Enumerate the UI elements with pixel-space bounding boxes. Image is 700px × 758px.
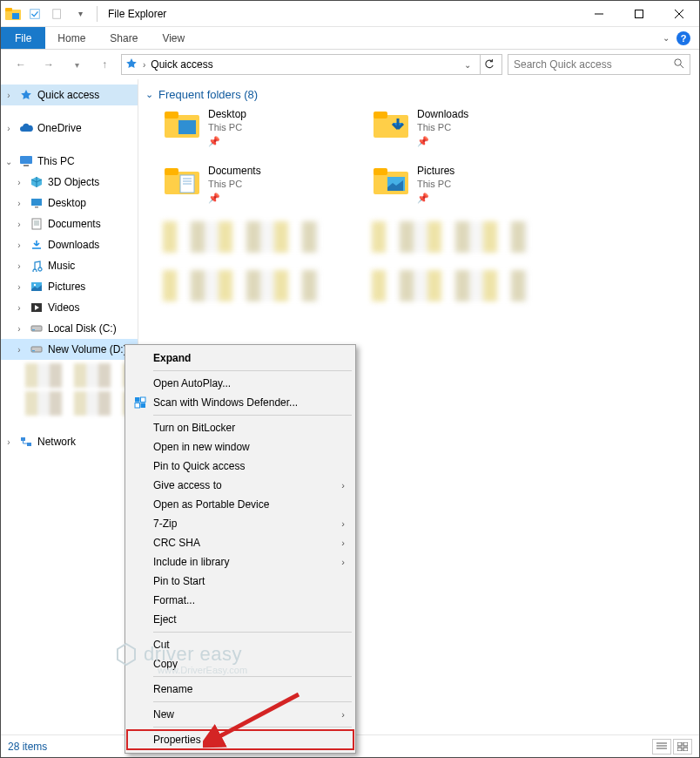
ctx-portable-device[interactable]: Open as Portable Device bbox=[127, 495, 353, 514]
nav-forward-button[interactable]: → bbox=[37, 53, 60, 76]
tree-item-redacted[interactable] bbox=[25, 391, 131, 416]
svg-rect-23 bbox=[178, 120, 196, 134]
maximize-button[interactable] bbox=[619, 1, 659, 27]
ctx-rename[interactable]: Rename bbox=[127, 680, 353, 699]
tree-new-volume-d[interactable]: ›New Volume (D:) bbox=[1, 339, 138, 360]
close-button[interactable] bbox=[659, 1, 699, 27]
qat-properties-icon[interactable] bbox=[25, 4, 44, 24]
ctx-cut[interactable]: Cut bbox=[127, 635, 353, 654]
folder-item-downloads[interactable]: DownloadsThis PC📌 bbox=[372, 108, 572, 147]
search-box[interactable]: Search Quick access bbox=[508, 54, 690, 75]
folder-item-redacted[interactable] bbox=[163, 221, 320, 253]
folder-item-desktop[interactable]: DesktopThis PC📌 bbox=[163, 108, 363, 147]
view-details-button[interactable] bbox=[652, 739, 671, 755]
ctx-properties[interactable]: Properties bbox=[127, 730, 353, 749]
tree-onedrive[interactable]: › OneDrive bbox=[1, 118, 138, 139]
ctx-pin-quick-access[interactable]: Pin to Quick access bbox=[127, 457, 353, 476]
tree-local-disk-c[interactable]: ›Local Disk (C:) bbox=[1, 318, 138, 339]
tree-label: Quick access bbox=[37, 89, 99, 101]
pictures-folder-icon bbox=[372, 165, 410, 198]
navigation-tree[interactable]: › Quick access › OneDrive ⌄ This PC ›3D … bbox=[1, 79, 138, 734]
tree-item-redacted[interactable] bbox=[25, 363, 131, 388]
tree-3d-objects[interactable]: ›3D Objects bbox=[1, 172, 138, 193]
cube-icon bbox=[29, 174, 44, 190]
disk-icon bbox=[29, 342, 44, 357]
tab-view[interactable]: View bbox=[150, 27, 197, 49]
help-icon[interactable]: ? bbox=[676, 31, 690, 45]
address-dropdown-icon[interactable]: ⌄ bbox=[461, 60, 475, 70]
qat-new-folder-icon[interactable] bbox=[48, 4, 67, 24]
ctx-open-autoplay[interactable]: Open AutoPlay... bbox=[127, 374, 353, 393]
ctx-give-access[interactable]: Give access to› bbox=[127, 476, 353, 495]
address-box[interactable]: › Quick access ⌄ bbox=[121, 54, 502, 75]
tree-music[interactable]: ›Music bbox=[1, 255, 138, 276]
folder-item-redacted[interactable] bbox=[163, 270, 320, 301]
ctx-new[interactable]: New› bbox=[127, 705, 353, 724]
pin-icon: 📌 bbox=[417, 193, 454, 204]
tree-expand-icon[interactable]: › bbox=[3, 91, 15, 100]
download-icon bbox=[29, 237, 44, 253]
svg-rect-37 bbox=[141, 397, 146, 403]
tree-network[interactable]: ›Network bbox=[1, 431, 138, 452]
file-explorer-window: ▾ File Explorer File Home Share View ⌄ ?… bbox=[0, 0, 700, 758]
ctx-scan-defender[interactable]: Scan with Windows Defender... bbox=[127, 393, 353, 412]
tree-this-pc[interactable]: ⌄ This PC bbox=[1, 151, 138, 172]
ctx-crc-sha[interactable]: CRC SHA› bbox=[127, 533, 353, 552]
minimize-button[interactable] bbox=[579, 1, 619, 27]
ctx-separator bbox=[153, 701, 352, 702]
svg-rect-2 bbox=[12, 13, 19, 19]
tree-downloads[interactable]: ›Downloads bbox=[1, 234, 138, 255]
folder-item-documents[interactable]: DocumentsThis PC📌 bbox=[163, 165, 363, 204]
svg-rect-4 bbox=[53, 9, 61, 18]
svg-point-6 bbox=[675, 59, 681, 65]
folder-item-redacted[interactable] bbox=[372, 270, 528, 301]
ctx-expand[interactable]: Expand bbox=[127, 349, 353, 368]
ctx-include-library[interactable]: Include in library› bbox=[127, 552, 353, 572]
nav-up-button[interactable]: ↑ bbox=[93, 53, 116, 76]
chevron-down-icon[interactable]: ⌄ bbox=[145, 89, 153, 100]
tree-collapse-icon[interactable]: ⌄ bbox=[3, 157, 15, 166]
tree-quick-access[interactable]: › Quick access bbox=[1, 85, 138, 105]
submenu-arrow-icon: › bbox=[341, 709, 345, 720]
pin-icon: 📌 bbox=[208, 193, 261, 204]
file-tab[interactable]: File bbox=[1, 27, 45, 49]
submenu-arrow-icon: › bbox=[341, 518, 345, 529]
downloads-folder-icon bbox=[372, 108, 410, 141]
ctx-open-new-window[interactable]: Open in new window bbox=[127, 437, 353, 457]
view-large-icons-button[interactable] bbox=[673, 739, 692, 755]
ctx-7zip[interactable]: 7-Zip› bbox=[127, 514, 353, 533]
ctx-pin-start[interactable]: Pin to Start bbox=[127, 572, 353, 591]
nav-back-button[interactable]: ← bbox=[10, 53, 32, 76]
qat-dropdown-icon[interactable]: ▾ bbox=[71, 4, 90, 24]
music-icon bbox=[29, 258, 44, 274]
tree-label: Network bbox=[37, 436, 76, 448]
svg-rect-22 bbox=[165, 112, 178, 118]
breadcrumb-path[interactable]: Quick access bbox=[151, 58, 455, 71]
svg-rect-39 bbox=[141, 403, 146, 409]
star-icon bbox=[18, 87, 34, 103]
tree-desktop[interactable]: ›Desktop bbox=[1, 193, 138, 213]
tree-documents[interactable]: ›Documents bbox=[1, 213, 138, 234]
tab-home[interactable]: Home bbox=[45, 27, 98, 49]
tree-videos[interactable]: ›Videos bbox=[1, 297, 138, 318]
ribbon-expand-icon[interactable]: ⌄ bbox=[663, 33, 670, 43]
folder-item-pictures[interactable]: PicturesThis PC📌 bbox=[372, 165, 572, 204]
breadcrumb-chevron-icon[interactable]: › bbox=[143, 60, 145, 70]
ctx-eject[interactable]: Eject bbox=[127, 610, 353, 629]
desktop-folder-icon bbox=[163, 108, 201, 141]
ctx-copy[interactable]: Copy bbox=[127, 654, 353, 673]
refresh-button[interactable] bbox=[480, 55, 498, 74]
context-menu[interactable]: Expand Open AutoPlay... Scan with Window… bbox=[125, 344, 356, 754]
tree-label: 3D Objects bbox=[48, 176, 99, 188]
address-bar-row: ← → ▾ ↑ › Quick access ⌄ Search Quick ac… bbox=[1, 50, 699, 79]
ctx-bitlocker[interactable]: Turn on BitLocker bbox=[127, 418, 353, 437]
nav-recent-button[interactable]: ▾ bbox=[65, 53, 88, 76]
tree-expand-icon[interactable]: › bbox=[3, 124, 15, 133]
folder-sub: This PC bbox=[417, 122, 468, 132]
folder-item-redacted[interactable] bbox=[372, 221, 528, 253]
section-header[interactable]: ⌄ Frequent folders (8) bbox=[145, 88, 692, 101]
tab-share[interactable]: Share bbox=[98, 27, 150, 49]
tree-pictures[interactable]: ›Pictures bbox=[1, 276, 138, 297]
ctx-format[interactable]: Format... bbox=[127, 591, 353, 610]
window-title: File Explorer bbox=[101, 8, 166, 20]
